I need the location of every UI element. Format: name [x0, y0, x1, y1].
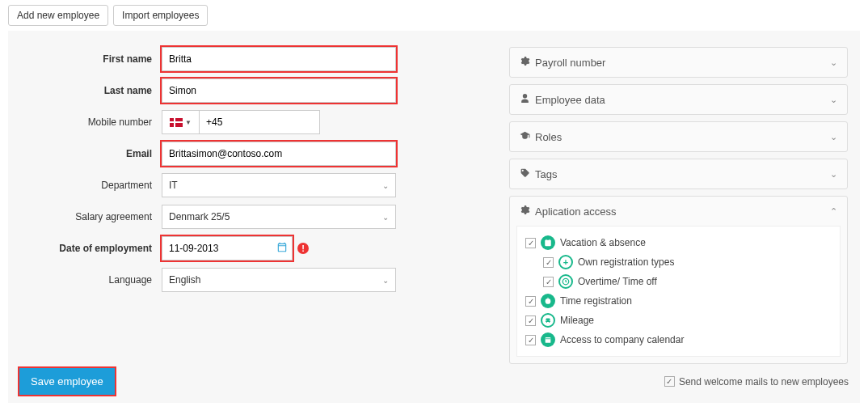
calendar-app-icon: [541, 235, 555, 250]
payroll-panel-title: Payroll number: [535, 57, 605, 69]
department-label: Department: [20, 180, 162, 191]
add-new-employee-button[interactable]: Add new employee: [8, 5, 108, 26]
app-access-panel-title: Aplication access: [535, 205, 616, 218]
email-input[interactable]: [162, 142, 396, 166]
tags-panel-title: Tags: [535, 168, 557, 180]
welcome-mail-checkbox[interactable]: ✓: [664, 376, 675, 387]
app-access-body: ✓ Vacation & absence ✓ + Own registratio…: [516, 226, 841, 357]
save-employee-button[interactable]: Save employee: [19, 368, 115, 395]
first-name-input[interactable]: [162, 47, 396, 71]
mileage-checkbox[interactable]: ✓: [525, 315, 536, 326]
app-access-panel-header[interactable]: Aplication access ⌃: [510, 197, 847, 226]
last-name-label: Last name: [20, 85, 162, 96]
employee-data-panel-header[interactable]: Employee data ⌄: [510, 85, 847, 114]
salary-value: Denmark 25/5: [169, 211, 230, 222]
chevron-down-icon: ⌄: [830, 57, 837, 68]
calendar-icon[interactable]: [276, 242, 288, 256]
vacation-label: Vacation & absence: [560, 237, 646, 248]
time-reg-checkbox[interactable]: ✓: [525, 296, 536, 307]
vacation-checkbox[interactable]: ✓: [525, 238, 536, 248]
chevron-down-icon: ⌄: [830, 169, 837, 180]
tags-panel-header[interactable]: Tags ⌄: [510, 159, 847, 188]
overtime-label: Overtime/ Time off: [578, 276, 657, 287]
mileage-label: Mileage: [560, 315, 594, 326]
time-reg-label: Time registration: [560, 295, 632, 307]
employee-data-panel-title: Employee data: [535, 94, 605, 106]
user-icon: [520, 93, 530, 106]
department-value: IT: [169, 180, 178, 191]
caret-down-icon: ▼: [185, 119, 192, 126]
calendar-access-checkbox[interactable]: ✓: [525, 335, 536, 345]
chevron-down-icon: ⌄: [382, 181, 389, 190]
app-access-panel: Aplication access ⌃ ✓ Vacation & absence: [509, 196, 848, 364]
chevron-down-icon: ⌄: [830, 95, 837, 105]
welcome-mail-label: Send welcome mails to new employees: [679, 376, 849, 387]
department-select[interactable]: IT ⌄: [162, 173, 396, 197]
main-form-area: First name Last name Mobile number: [8, 31, 860, 403]
tags-panel: Tags ⌄: [509, 159, 848, 189]
email-label: Email: [20, 148, 162, 159]
tags-icon: [520, 167, 530, 180]
mobile-label: Mobile number: [20, 116, 162, 128]
salary-label: Salary agreement: [20, 211, 162, 222]
employee-data-panel: Employee data ⌄: [509, 84, 848, 115]
doe-label: Date of employment: [20, 243, 162, 254]
calendar-access-label: Access to company calendar: [560, 334, 684, 345]
gears-icon: [520, 56, 530, 69]
chevron-down-icon: ⌄: [382, 213, 389, 222]
overtime-checkbox[interactable]: ✓: [543, 277, 554, 287]
error-icon: !: [297, 243, 309, 254]
denmark-flag-icon: [170, 118, 183, 127]
graduation-cap-icon: [520, 130, 530, 143]
mobile-number-input[interactable]: [199, 110, 320, 134]
form-footer: Save employee ✓ Send welcome mails to ne…: [8, 360, 860, 403]
language-value: English: [169, 274, 200, 286]
country-code-selector[interactable]: ▼: [162, 110, 199, 134]
import-employees-button[interactable]: Import employees: [113, 5, 208, 26]
roles-panel: Roles ⌄: [509, 121, 848, 152]
welcome-mail-option[interactable]: ✓ Send welcome mails to new employees: [664, 376, 849, 387]
car-icon: [541, 313, 555, 328]
side-panels: Payroll number ⌄ Employee data ⌄: [509, 47, 848, 371]
payroll-panel-header[interactable]: Payroll number ⌄: [510, 48, 847, 77]
employee-form: First name Last name Mobile number: [20, 47, 489, 371]
stopwatch-icon: [541, 294, 555, 308]
roles-panel-header[interactable]: Roles ⌄: [510, 122, 847, 151]
gears-icon: [520, 205, 530, 218]
chevron-down-icon: ⌄: [830, 132, 837, 142]
own-reg-label: Own registration types: [578, 256, 674, 268]
language-label: Language: [20, 274, 162, 286]
clock-icon: [558, 274, 573, 289]
roles-panel-title: Roles: [535, 131, 562, 143]
chevron-up-icon: ⌃: [830, 206, 837, 217]
own-reg-checkbox[interactable]: ✓: [543, 257, 554, 268]
svg-point-1: [546, 299, 551, 304]
language-select[interactable]: English ⌄: [162, 268, 396, 292]
plus-circle-icon: +: [558, 255, 573, 269]
last-name-input[interactable]: [162, 78, 396, 103]
payroll-panel: Payroll number ⌄: [509, 47, 848, 78]
top-toolbar: Add new employee Import employees: [0, 0, 868, 31]
chevron-down-icon: ⌄: [382, 276, 389, 285]
svg-rect-2: [546, 337, 551, 343]
first-name-label: First name: [20, 53, 162, 65]
salary-select[interactable]: Denmark 25/5 ⌄: [162, 205, 396, 229]
calendar-access-icon: [541, 332, 555, 347]
date-of-employment-input[interactable]: [162, 236, 293, 260]
